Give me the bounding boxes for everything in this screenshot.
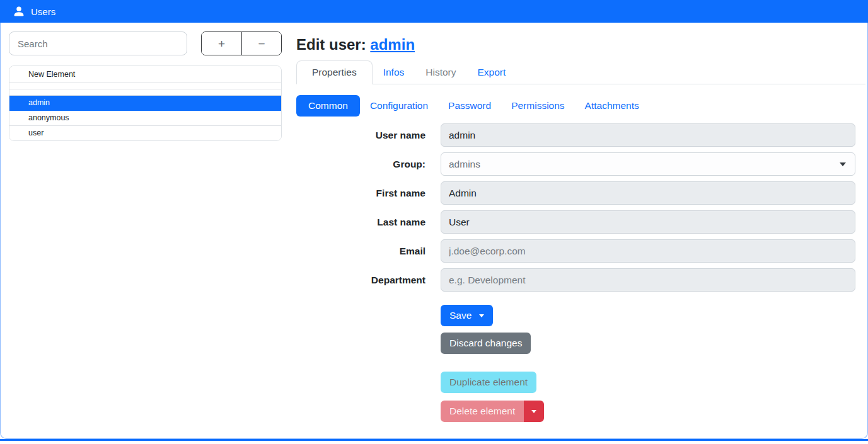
add-element-button[interactable]: +	[202, 32, 241, 55]
form-row-lastname: Last name	[296, 210, 855, 234]
list-item-admin[interactable]: admin	[9, 96, 281, 111]
user-icon	[13, 5, 25, 18]
username-label: User name	[296, 130, 425, 141]
edited-user-link[interactable]: admin	[370, 36, 415, 53]
page-title: Edit user: admin	[296, 36, 855, 54]
discard-changes-button[interactable]: Discard changes	[441, 333, 531, 354]
sidebar: + − New Element admin anonymous user	[9, 31, 282, 141]
delete-button-label: Delete element	[449, 406, 515, 417]
tab-export[interactable]: Export	[467, 60, 517, 84]
caret-down-icon	[531, 410, 536, 413]
list-item-user[interactable]: user	[9, 126, 281, 140]
group-select-wrap: admins	[441, 152, 855, 176]
pill-bar: Common Configuration Password Permission…	[296, 95, 855, 117]
pill-configuration[interactable]: Configuration	[360, 95, 438, 117]
form-row-department: Department	[296, 268, 855, 292]
firstname-label: First name	[296, 188, 425, 199]
delete-element-button: Delete element	[441, 401, 524, 422]
search-input[interactable]	[9, 31, 187, 55]
form-row-firstname: First name	[296, 181, 855, 205]
firstname-field	[441, 181, 855, 205]
username-field	[441, 123, 855, 147]
app-title-bar: Users	[0, 0, 868, 23]
caret-down-icon	[479, 314, 484, 317]
form-row-email: Email	[296, 239, 855, 263]
delete-split-button: Delete element	[441, 401, 544, 422]
duplicate-button-label: Duplicate element	[449, 377, 528, 388]
tab-properties[interactable]: Properties	[296, 60, 373, 84]
tab-history: History	[415, 60, 466, 84]
duplicate-element-button: Duplicate element	[441, 372, 536, 393]
group-label: Group:	[296, 159, 425, 170]
save-button-label: Save	[449, 310, 472, 321]
action-buttons: Save Discard changes Duplicate element D…	[441, 297, 855, 422]
user-list: New Element admin anonymous user	[9, 65, 282, 141]
page-title-prefix: Edit user:	[296, 36, 370, 53]
list-item-new-element[interactable]: New Element	[9, 66, 281, 83]
list-item-empty[interactable]	[9, 89, 281, 96]
delete-dropdown-toggle[interactable]	[524, 401, 544, 422]
user-form: User name Group: admins First name Last …	[296, 123, 855, 292]
email-label: Email	[296, 246, 425, 257]
app-title: Users	[31, 6, 55, 17]
remove-element-button[interactable]: −	[241, 32, 281, 55]
lastname-label: Last name	[296, 217, 425, 228]
list-item-empty[interactable]	[9, 83, 281, 89]
footer-bar	[0, 439, 868, 441]
sidebar-toolbar: + −	[9, 31, 282, 55]
list-item-anonymous[interactable]: anonymous	[9, 111, 281, 126]
email-field	[441, 239, 855, 263]
form-row-username: User name	[296, 123, 855, 147]
department-label: Department	[296, 275, 425, 286]
pill-common[interactable]: Common	[296, 95, 360, 117]
discard-button-label: Discard changes	[449, 338, 522, 349]
tab-infos[interactable]: Infos	[373, 60, 415, 84]
save-button[interactable]: Save	[441, 305, 493, 326]
department-field	[441, 268, 855, 292]
tab-bar: Properties Infos History Export	[296, 60, 865, 84]
group-select[interactable]: admins	[441, 152, 855, 176]
add-remove-button-group: + −	[201, 31, 282, 55]
main-panel: Edit user: admin Properties Infos Histor…	[296, 23, 855, 422]
pill-permissions[interactable]: Permissions	[501, 95, 574, 117]
pill-password[interactable]: Password	[438, 95, 501, 117]
form-row-group: Group: admins	[296, 152, 855, 176]
lastname-field	[441, 210, 855, 234]
pill-attachments[interactable]: Attachments	[575, 95, 649, 117]
